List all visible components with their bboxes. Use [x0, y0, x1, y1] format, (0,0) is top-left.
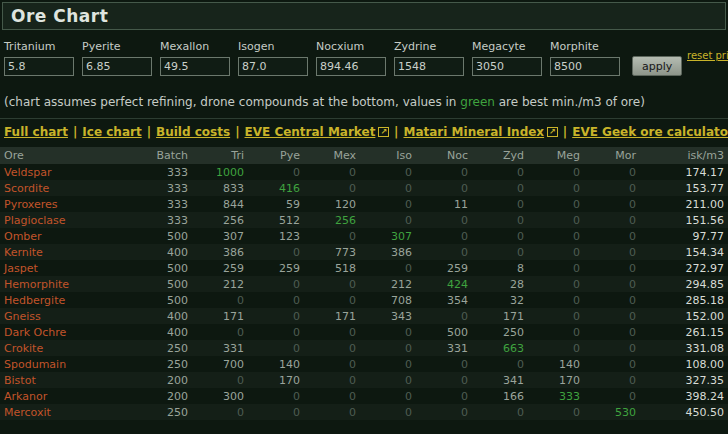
mineral-input-isogen[interactable] [238, 57, 308, 76]
mineral-yield-value: 500 [416, 324, 472, 340]
mineral-yield-value: 0 [416, 180, 472, 196]
nav-link-build-costs[interactable]: Build costs [156, 125, 230, 139]
mineral-yield-value: 0 [528, 212, 584, 228]
mineral-yield-value: 300 [192, 388, 248, 404]
mineral-input-pyerite[interactable] [82, 57, 152, 76]
ore-name: Veldspar [0, 164, 148, 180]
ore-row-pyroxeres: Pyroxeres33384459120011000211.00 [0, 196, 728, 212]
nav-link-full-chart[interactable]: Full chart [4, 125, 68, 139]
mineral-yield-value: 259 [416, 260, 472, 276]
note-green-word: green [460, 95, 495, 109]
mineral-yield-value: 663 [472, 340, 528, 356]
nav-link-eve-geek-ore-calculator[interactable]: EVE Geek ore calculator↗ [572, 125, 728, 139]
mineral-yield-value: 0 [528, 292, 584, 308]
apply-button[interactable]: apply [632, 56, 682, 76]
ore-name: Hedbergite [0, 292, 148, 308]
ore-row-scordite: Scordite333833416000000153.77 [0, 180, 728, 196]
batch-value: 400 [148, 244, 192, 260]
table-body: Veldspar33310000000000174.17Scordite3338… [0, 164, 728, 420]
mineral-input-megacyte[interactable] [472, 57, 542, 76]
reset-prices-link[interactable]: reset prices [687, 50, 728, 61]
mineral-yield-value: 0 [472, 164, 528, 180]
batch-value: 500 [148, 228, 192, 244]
mineral-yield-value: 0 [192, 292, 248, 308]
mineral-yield-value: 0 [248, 404, 304, 420]
mineral-field-mexallon: Mexallon [160, 40, 238, 76]
mineral-label-nocxium: Nocxium [316, 40, 394, 54]
mineral-yield-value: 0 [360, 180, 416, 196]
nav-link-ice-chart[interactable]: Ice chart [82, 125, 141, 139]
ore-name: Spodumain [0, 356, 148, 372]
mineral-yield-value: 0 [360, 324, 416, 340]
mineral-input-tritanium[interactable] [4, 57, 74, 76]
mineral-yield-value: 0 [416, 212, 472, 228]
link-separator: | [73, 125, 77, 139]
column-header-noc: Noc [416, 147, 472, 164]
ore-name: Omber [0, 228, 148, 244]
mineral-field-morphite: Morphite [550, 40, 628, 76]
mineral-yield-value: 0 [472, 404, 528, 420]
mineral-label-morphite: Morphite [550, 40, 628, 54]
mineral-yield-value: 0 [248, 276, 304, 292]
mineral-yield-value: 0 [584, 276, 640, 292]
mineral-field-isogen: Isogen [238, 40, 316, 76]
mineral-yield-value: 0 [472, 196, 528, 212]
mineral-yield-value: 0 [584, 196, 640, 212]
mineral-yield-value: 0 [416, 388, 472, 404]
mineral-yield-value: 0 [416, 372, 472, 388]
batch-value: 333 [148, 196, 192, 212]
mineral-yield-value: 11 [416, 196, 472, 212]
isk-per-m3-value: 272.97 [640, 260, 728, 276]
ore-name: Hemorphite [0, 276, 148, 292]
column-header-ore: Ore [0, 147, 148, 164]
mineral-yield-value: 844 [192, 196, 248, 212]
mineral-yield-value: 28 [472, 276, 528, 292]
mineral-yield-value: 250 [472, 324, 528, 340]
mineral-yield-value: 171 [192, 308, 248, 324]
mineral-yield-value: 773 [304, 244, 360, 260]
batch-value: 500 [148, 276, 192, 292]
ore-table: OreBatchTriPyeMexIsoNocZydMegMorisk/m3 V… [0, 147, 728, 420]
mineral-yield-value: 8 [472, 260, 528, 276]
ore-name: Gneiss [0, 308, 148, 324]
mineral-input-zydrine[interactable] [394, 57, 464, 76]
mineral-input-nocxium[interactable] [316, 57, 386, 76]
mineral-yield-value: 833 [192, 180, 248, 196]
ore-name: Mercoxit [0, 404, 148, 420]
nav-link-matari-mineral-index[interactable]: Matari Mineral Index↗ [404, 125, 558, 139]
mineral-yield-value: 708 [360, 292, 416, 308]
link-separator: | [235, 125, 239, 139]
mineral-yield-value: 331 [192, 340, 248, 356]
mineral-yield-value: 212 [192, 276, 248, 292]
mineral-yield-value: 0 [360, 372, 416, 388]
mineral-input-morphite[interactable] [550, 57, 620, 76]
mineral-yield-value: 0 [472, 212, 528, 228]
table-header: OreBatchTriPyeMexIsoNocZydMegMorisk/m3 [0, 147, 728, 164]
mineral-yield-value: 700 [192, 356, 248, 372]
isk-per-m3-value: 97.77 [640, 228, 728, 244]
mineral-yield-value: 0 [360, 356, 416, 372]
mineral-yield-value: 140 [528, 356, 584, 372]
mineral-label-pyerite: Pyerite [82, 40, 160, 54]
mineral-yield-value: 256 [304, 212, 360, 228]
mineral-yield-value: 512 [248, 212, 304, 228]
external-link-icon: ↗ [547, 127, 558, 137]
mineral-yield-value: 307 [192, 228, 248, 244]
batch-value: 333 [148, 180, 192, 196]
title-bar: Ore Chart [2, 2, 726, 30]
mineral-yield-value: 0 [584, 340, 640, 356]
mineral-yield-value: 341 [472, 372, 528, 388]
note-text-post: are best min./m3 of ore) [495, 95, 645, 109]
mineral-yield-value: 0 [304, 164, 360, 180]
mineral-yield-value: 0 [584, 244, 640, 260]
mineral-input-mexallon[interactable] [160, 57, 230, 76]
mineral-yield-value: 0 [360, 404, 416, 420]
mineral-yield-value: 354 [416, 292, 472, 308]
nav-link-eve-central-market[interactable]: EVE Central Market↗ [245, 125, 390, 139]
mineral-yield-value: 0 [584, 212, 640, 228]
mineral-price-panel: TritaniumPyeriteMexallonIsogenNocxiumZyd… [0, 32, 728, 76]
mineral-label-mexallon: Mexallon [160, 40, 238, 54]
mineral-yield-value: 0 [528, 196, 584, 212]
mineral-yield-value: 0 [304, 276, 360, 292]
isk-per-m3-value: 108.00 [640, 356, 728, 372]
